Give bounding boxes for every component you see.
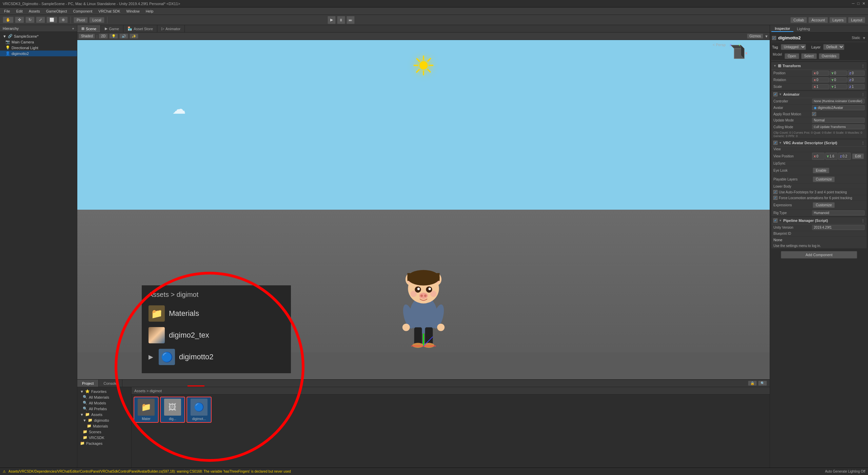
tag-dropdown[interactable]: Untagged [781, 44, 806, 50]
scale-x-field[interactable]: X 1 [812, 84, 829, 89]
scene-2d-btn[interactable]: 2D [99, 34, 108, 39]
scale-y-field[interactable]: Y 1 [830, 84, 847, 89]
add-component-button[interactable]: Add Component [781, 251, 857, 259]
tab-console[interactable]: Console [99, 380, 122, 387]
animator-enabled-checkbox[interactable] [773, 92, 777, 96]
animator-options[interactable]: ⋮ [861, 93, 865, 96]
customize-btn-2[interactable]: Customize [813, 202, 835, 208]
tab-inspector[interactable]: Inspector [771, 26, 793, 32]
asset-item-materials[interactable]: 📁 Mater [134, 397, 158, 422]
vrc-descriptor-header[interactable]: ▼ VRC Avatar Descriptor (Script) ⋮ [771, 139, 867, 147]
scene-fx-btn[interactable]: ✨ [130, 34, 138, 39]
select-btn[interactable]: Select [801, 53, 817, 59]
local-toggle[interactable]: Local [89, 17, 104, 23]
pipeline-header[interactable]: ▼ Pipeline Manager (Script) ⋮ [771, 217, 867, 224]
menu-edit[interactable]: Edit [14, 8, 25, 14]
vrc-options[interactable]: ⋮ [861, 141, 865, 145]
gizmos-btn[interactable]: Gizmos [747, 34, 763, 39]
tree-all-materials[interactable]: 🔍 All Materials [79, 394, 130, 400]
play-button[interactable]: ▶ [328, 16, 336, 24]
tree-all-models[interactable]: 🔍 All Models [79, 400, 130, 406]
hier-item-digimotto[interactable]: 👤 digimotto2 [0, 51, 77, 56]
view-z-field[interactable]: Z 0.2 [838, 153, 851, 160]
transform-section-header[interactable]: ▼ ⊞ Transform ⋮ [771, 62, 867, 70]
edit-view-btn[interactable]: Edit [852, 153, 864, 159]
hand-tool[interactable]: ✋ [3, 17, 14, 23]
apply-root-motion-checkbox[interactable] [812, 112, 816, 116]
asset-item-prefab[interactable]: 🔵 digimot... [187, 397, 211, 422]
tab-animator[interactable]: ▷ Animator [157, 25, 185, 32]
pivot-toggle[interactable]: Pivot [74, 17, 88, 23]
pos-y-field[interactable]: Y 0 [830, 71, 847, 76]
tree-digimotto[interactable]: ▼ 📁 digimotto [79, 417, 130, 423]
transform-tool[interactable]: ⊕ [59, 17, 68, 23]
asset-item-texture[interactable]: 🖼 dig... [161, 397, 184, 422]
static-dropdown-arrow[interactable]: ▼ [862, 36, 866, 40]
scene-audio-btn[interactable]: 🔊 [119, 34, 128, 39]
layer-dropdown[interactable]: Default [823, 44, 844, 50]
rot-z-field[interactable]: Z 0 [848, 77, 865, 82]
pos-z-field[interactable]: Z 0 [848, 71, 865, 76]
overrides-btn[interactable]: Overrides [819, 53, 840, 59]
scale-z-field[interactable]: Z 1 [848, 84, 865, 89]
view-x-field[interactable]: X 0 [812, 153, 825, 160]
step-button[interactable]: ⏭ [347, 16, 355, 24]
tree-packages[interactable]: 📁 Packages [79, 440, 130, 446]
view-y-field[interactable]: Y 1.6 [825, 153, 838, 160]
scale-tool[interactable]: ⤢ [36, 17, 45, 23]
animator-section-header[interactable]: ▼ Animator ⋮ [771, 91, 867, 98]
menu-file[interactable]: File [1, 8, 13, 14]
transform-options[interactable]: ⋮ [861, 64, 865, 68]
pos-x-field[interactable]: X 0 [812, 71, 829, 76]
menu-help[interactable]: Help [143, 8, 156, 14]
panel-lock-btn[interactable]: 🔒 [748, 381, 757, 386]
tree-assets[interactable]: ▼ 📁 Assets [79, 412, 130, 417]
menu-gameobject[interactable]: GameObject [43, 8, 70, 14]
rotate-tool[interactable]: ↻ [25, 17, 35, 23]
tab-asset-store[interactable]: 🏪 Asset Store [123, 25, 157, 32]
layers-button[interactable]: Layers [829, 17, 847, 23]
tab-project[interactable]: Project [77, 380, 99, 387]
auto-footsteps-checkbox[interactable] [773, 190, 777, 194]
rot-x-field[interactable]: X 0 [812, 77, 829, 82]
shaded-btn[interactable]: Shaded [79, 34, 95, 39]
rot-y-field[interactable]: Y 0 [830, 77, 847, 82]
menu-window[interactable]: Window [124, 8, 142, 14]
customize-btn-1[interactable]: Customize [813, 176, 835, 182]
hier-item-samplescene[interactable]: ▼ 🔗 SampleScene* [0, 33, 77, 39]
pipeline-enabled-checkbox[interactable] [773, 218, 777, 223]
3d-viewport[interactable]: ☀ ☁ [77, 40, 770, 379]
scene-light-btn[interactable]: 💡 [109, 34, 118, 39]
menu-assets[interactable]: Assets [26, 8, 43, 14]
tree-favorites[interactable]: ▼ ⭐ Favorites [79, 388, 130, 394]
enable-btn[interactable]: Enable [813, 168, 829, 173]
vrc-enabled-checkbox[interactable] [773, 141, 777, 145]
tab-scene[interactable]: ⊞ Scene [77, 25, 101, 32]
tree-all-prefabs[interactable]: 🔍 All Prefabs [79, 406, 130, 412]
panel-search-btn[interactable]: 🔍 [758, 381, 767, 386]
pause-button[interactable]: ⏸ [337, 16, 345, 24]
open-btn[interactable]: Open [785, 53, 799, 59]
tree-materials[interactable]: 📁 Materials [79, 423, 130, 429]
tab-lighting[interactable]: Lighting [793, 26, 813, 32]
maximize-btn[interactable]: □ [857, 1, 860, 6]
rect-tool[interactable]: ⬜ [46, 17, 57, 23]
force-locomotion-checkbox[interactable] [773, 196, 777, 200]
account-button[interactable]: Account [808, 17, 828, 23]
menu-vrchat-sdk[interactable]: VRChat SDK [96, 8, 123, 14]
hierarchy-add-btn[interactable]: + [72, 26, 74, 31]
tab-game[interactable]: ▶ Game [101, 25, 123, 32]
layout-button[interactable]: Layout [848, 17, 865, 23]
tree-scenes[interactable]: 📁 Scenes [79, 429, 130, 435]
gizmos-dropdown[interactable]: ▼ [765, 34, 768, 38]
move-tool[interactable]: ✜ [15, 17, 24, 23]
minimize-btn[interactable]: ─ [852, 1, 855, 6]
hier-item-dirlight[interactable]: 💡 Directional Light [0, 45, 77, 51]
menu-component[interactable]: Component [70, 8, 95, 14]
hier-item-maincamera[interactable]: 📷 Main Camera [0, 39, 77, 45]
close-btn[interactable]: ✕ [862, 1, 865, 6]
pipeline-options[interactable]: ⋮ [861, 219, 865, 223]
object-enabled-checkbox[interactable] [772, 36, 776, 40]
tree-vrcsdk[interactable]: 📁 VRCSDK [79, 435, 130, 440]
collab-button[interactable]: Collab [790, 17, 807, 23]
